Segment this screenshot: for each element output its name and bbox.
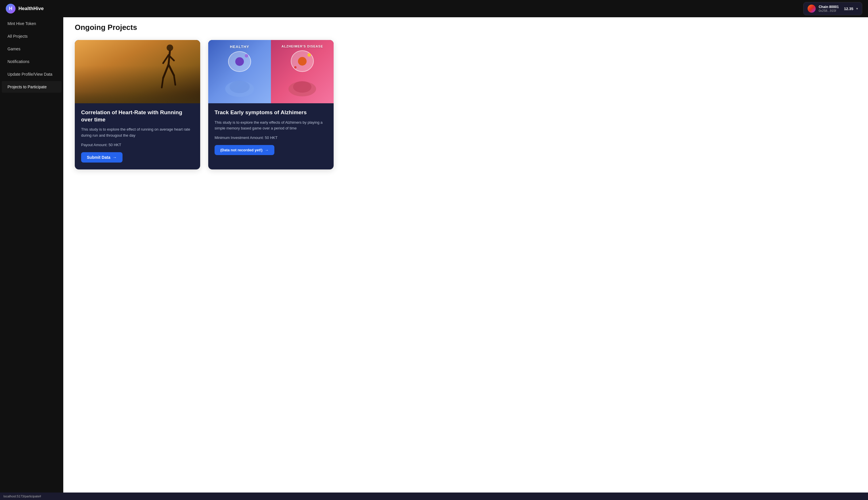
wallet-avatar — [808, 4, 815, 13]
sidebar-item-mint-hive-token[interactable]: Mint Hive Token — [2, 18, 61, 29]
card-body-alzheimer: Track Early symptoms of AlzhimersThis st… — [208, 103, 334, 162]
card-image-alzheimer: HEALTHY ALZHEIMER'S — [208, 40, 334, 103]
card-image-heart-rate — [75, 40, 200, 103]
svg-point-9 — [230, 81, 250, 93]
statusbar-url: localhost:5173/participate# — [3, 495, 41, 498]
sidebar-item-update-profile[interactable]: Update Profile/View Data — [2, 68, 61, 80]
sidebar-item-projects-to-participate[interactable]: Projects to Participate — [2, 81, 61, 93]
card-meta-alzheimer: Minimum Investment Amount: 50 HKT — [215, 136, 327, 140]
alz-right-panel: ALZHEIMER'S DISEASE — [271, 40, 334, 103]
sidebar-container: Add ProjectMint Hive TokenAll ProjectsGa… — [0, 0, 63, 500]
main-content: Ongoing Projects — [63, 0, 868, 500]
sidebar: Add ProjectMint Hive TokenAll ProjectsGa… — [0, 0, 63, 500]
brain-healthy-svg — [224, 76, 255, 98]
button-arrow-icon-alzheimer: → — [265, 148, 269, 152]
card-title-heart-rate: Correlation of Heart-Rate with Running o… — [81, 109, 194, 123]
sidebar-item-games[interactable]: Games — [2, 43, 61, 55]
project-card-heart-rate: Correlation of Heart-Rate with Running o… — [75, 40, 200, 169]
app-logo: H — [6, 4, 15, 13]
wallet-badge[interactable]: Chain 80001 0x258...915f 12.35 ▾ — [803, 2, 862, 15]
card-title-alzheimer: Track Early symptoms of Alzhimers — [215, 109, 327, 116]
svg-line-1 — [169, 51, 170, 65]
card-body-heart-rate: Correlation of Heart-Rate with Running o… — [75, 103, 200, 169]
button-label-heart-rate: Submit Data — [87, 155, 111, 160]
page-title: Ongoing Projects — [75, 23, 856, 32]
sidebar-item-all-projects[interactable]: All Projects — [2, 31, 61, 42]
card-action-button-heart-rate[interactable]: Submit Data→ — [81, 152, 123, 162]
runner-icon — [160, 43, 177, 89]
layout: Add ProjectMint Hive TokenAll ProjectsGa… — [0, 0, 868, 500]
running-image — [75, 40, 200, 103]
brain-alzheimer-icon — [291, 50, 314, 72]
svg-point-11 — [293, 81, 312, 93]
projects-grid: Correlation of Heart-Rate with Running o… — [75, 40, 334, 169]
svg-line-4 — [163, 65, 169, 78]
card-action-button-alzheimer[interactable]: (Data not recorded yet!)→ — [215, 145, 274, 155]
project-card-alzheimer: HEALTHY ALZHEIMER'S — [208, 40, 334, 169]
brain-healthy-icon — [228, 51, 251, 72]
alzheimer-image: HEALTHY ALZHEIMER'S — [208, 40, 334, 103]
button-label-alzheimer: (Data not recorded yet!) — [220, 148, 263, 152]
sidebar-item-notifications[interactable]: Notifications — [2, 56, 61, 67]
wallet-chain: Chain 80001 — [819, 5, 839, 9]
alz-left-panel: HEALTHY — [208, 40, 271, 103]
wallet-address: 0x258...915f — [819, 9, 839, 12]
card-desc-heart-rate: This study is to explore the effect of r… — [81, 127, 194, 139]
button-arrow-icon-heart-rate: → — [113, 155, 117, 160]
topbar-left: H HealthHive — [6, 4, 44, 13]
statusbar: localhost:5173/participate# — [0, 492, 868, 500]
chevron-down-icon: ▾ — [856, 7, 858, 11]
wallet-balance: 12.35 — [844, 7, 853, 11]
card-meta-heart-rate: Payout Amount: 50 HKT — [81, 143, 194, 147]
svg-line-7 — [174, 75, 175, 85]
alz-healthy-label: HEALTHY — [230, 45, 249, 49]
svg-point-0 — [166, 45, 173, 51]
svg-line-2 — [163, 55, 169, 63]
card-desc-alzheimer: This study is to explore the early effec… — [215, 120, 327, 132]
wallet-info: Chain 80001 0x258...915f — [819, 5, 839, 12]
app-brand: HealthHive — [19, 6, 44, 12]
alz-disease-label: ALZHEIMER'S DISEASE — [281, 45, 323, 48]
topbar: H HealthHive Chain 80001 0x258...915f 12… — [0, 0, 868, 17]
svg-line-6 — [169, 65, 174, 75]
svg-line-5 — [162, 78, 163, 88]
brain-alz-svg — [287, 76, 318, 98]
